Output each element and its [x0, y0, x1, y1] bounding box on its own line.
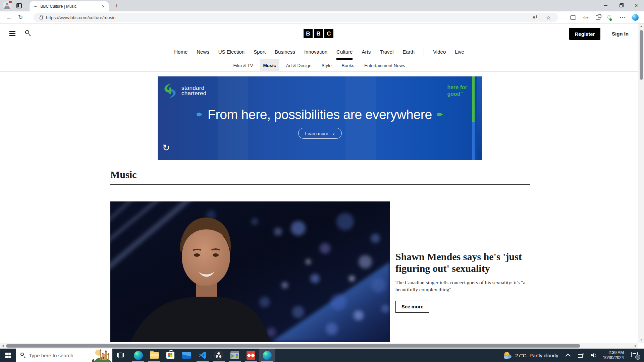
start-button[interactable] [0, 349, 16, 362]
store-bag-icon [166, 352, 174, 359]
section-rule [110, 184, 530, 185]
copilot-icon [632, 14, 639, 21]
taskbar-edge-button[interactable] [130, 349, 146, 362]
back-button[interactable]: ← [5, 13, 13, 22]
copilot-button[interactable] [629, 13, 641, 22]
subnav-item-entertainment-news[interactable]: Entertainment News [361, 59, 409, 72]
profile-button[interactable] [3, 1, 11, 10]
terminal-app-button[interactable] [227, 349, 243, 362]
nav-item-earth[interactable]: Earth [402, 44, 415, 60]
tab-title: BBC Culture | Music [40, 4, 100, 9]
nav-item-live[interactable]: Live [455, 44, 464, 60]
nav-item-innovation[interactable]: Innovation [304, 44, 327, 60]
article-headline[interactable]: Shawn Mendes says he's 'just figuring ou… [395, 251, 532, 275]
microsoft-store-button[interactable] [162, 349, 178, 362]
taskbar-edge-active-button[interactable] [259, 349, 275, 362]
browser-tab[interactable]: ••• BBC Culture | Music × [30, 1, 109, 11]
scroll-up-arrow-icon[interactable]: ▲ [638, 23, 644, 29]
subnav-item-style[interactable]: Style [318, 59, 335, 72]
tray-expand-chevron-icon[interactable] [566, 353, 571, 359]
action-center-button[interactable]: 1 [631, 352, 639, 359]
refresh-button[interactable]: ↻ [16, 13, 25, 22]
mail-envelope-icon [182, 352, 191, 359]
article-image[interactable] [110, 201, 390, 342]
collections-button[interactable] [592, 13, 604, 22]
red-app-icon [247, 351, 255, 360]
mail-button[interactable] [178, 349, 195, 362]
vscode-button[interactable] [195, 349, 211, 362]
essentials-badge [609, 18, 612, 21]
obs-icon [214, 351, 223, 360]
horizontal-scrollbar[interactable]: ◀ ▶ [0, 343, 638, 349]
see-more-button[interactable]: See more [395, 301, 429, 313]
network-icon[interactable] [578, 353, 584, 358]
horizontal-scrollbar-thumb[interactable] [6, 344, 580, 348]
tray-time: 2:39 AM [603, 350, 624, 355]
menu-button[interactable] [9, 31, 15, 36]
read-aloud-icon[interactable]: A [532, 15, 537, 20]
ad-banner[interactable]: standard chartered here for good™ From h… [158, 76, 482, 160]
ad-replay-icon[interactable]: ↻ [162, 143, 170, 153]
screen: ••• BBC Culture | Music × + × ← ↻ https:… [0, 0, 644, 362]
red-app-button[interactable] [243, 349, 259, 362]
subnav-item-film-tv[interactable]: Film & TV [230, 59, 256, 72]
nav-item-us-election[interactable]: US Election [218, 44, 245, 60]
ad-headline: From here, possibilities are everywhere [158, 107, 482, 122]
search-button[interactable] [25, 30, 32, 37]
nav-item-culture[interactable]: Culture [336, 44, 353, 60]
file-explorer-button[interactable] [146, 349, 162, 362]
scroll-left-arrow-icon[interactable]: ◀ [0, 343, 5, 349]
nav-item-sport[interactable]: Sport [254, 44, 266, 60]
new-tab-button[interactable]: + [113, 2, 121, 10]
tray-clock[interactable]: 2:39 AM 10/30/2024 [603, 350, 624, 360]
subnav-item-music[interactable]: Music [260, 59, 279, 72]
settings-more-button[interactable]: ··· [616, 13, 629, 22]
nav-item-arts[interactable]: Arts [362, 44, 371, 60]
add-favorite-star-icon[interactable]: ☆ [546, 14, 551, 21]
sign-in-link[interactable]: Sign In [612, 31, 629, 37]
favorites-lines-icon: ≡ [587, 16, 589, 19]
restore-button[interactable] [613, 0, 629, 11]
split-screen-icon [570, 15, 576, 20]
volume-icon[interactable] [591, 353, 597, 358]
address-bar[interactable]: https://www.bbc.com/culture/music A ☆ [34, 13, 558, 22]
tray-date: 10/30/2024 [603, 355, 624, 360]
system-tray: 27°C Partly cloudy 2:39 AM 10/30/2024 1 [503, 349, 644, 362]
ad-learn-more-button[interactable]: Learn more› [298, 128, 341, 139]
scroll-right-arrow-icon[interactable]: ▶ [633, 343, 638, 349]
weather-widget[interactable]: 27°C Partly cloudy [503, 351, 558, 360]
tray-temperature: 27°C [515, 353, 527, 358]
tab-actions-button[interactable] [15, 2, 23, 9]
taskbar-search[interactable] [16, 349, 112, 362]
minimize-button[interactable] [598, 0, 613, 11]
profile-avatar-icon [4, 2, 10, 9]
here-for-good-tagline: here for good™ [447, 84, 467, 97]
nav-item-home[interactable]: Home [174, 44, 187, 60]
subnav-item-books[interactable]: Books [338, 59, 358, 72]
tab-close-icon[interactable]: × [101, 4, 106, 9]
nav-item-news[interactable]: News [197, 44, 209, 60]
search-highlight-castle-image [92, 349, 112, 362]
vertical-scrollbar[interactable]: ▲ ▼ [638, 23, 644, 343]
nav-item-travel[interactable]: Travel [380, 44, 393, 60]
window-controls: × [598, 0, 644, 11]
windows-logo-icon [5, 353, 11, 358]
nav-item-business[interactable]: Business [275, 44, 295, 60]
close-icon: × [635, 3, 638, 8]
chevron-right-icon: › [333, 130, 335, 136]
subnav-item-art-design[interactable]: Art & Design [283, 59, 315, 72]
close-button[interactable]: × [629, 0, 644, 11]
bbc-logo[interactable]: B B C [304, 29, 333, 38]
browser-essentials-button[interactable]: ♡ [604, 13, 616, 22]
register-button[interactable]: Register [569, 28, 600, 40]
url-text[interactable]: https://www.bbc.com/culture/music [46, 15, 529, 20]
tab-favicon-icon: ••• [34, 5, 38, 8]
task-view-button[interactable] [112, 349, 128, 362]
vertical-scrollbar-thumb[interactable] [640, 30, 643, 80]
split-screen-button[interactable] [567, 13, 579, 22]
nav-item-video[interactable]: Video [433, 44, 446, 60]
obs-button[interactable] [211, 349, 227, 362]
search-input[interactable] [29, 353, 79, 358]
favorites-button[interactable]: ☆≡ [579, 13, 592, 22]
scroll-down-arrow-icon[interactable]: ▼ [638, 338, 644, 343]
